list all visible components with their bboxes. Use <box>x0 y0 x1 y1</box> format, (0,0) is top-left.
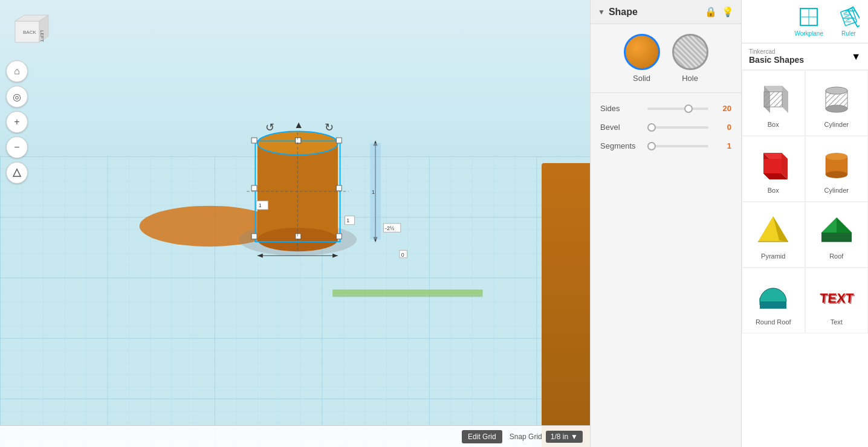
3d-viewport[interactable]: BACK LEFT ⌂ ◎ + − <box>0 0 590 447</box>
shapes-library: Workplane Ruler <box>741 0 868 447</box>
bevel-label: Bevel <box>600 123 643 132</box>
lightbulb-icon[interactable]: 💡 <box>722 6 734 18</box>
right-object <box>542 163 590 447</box>
segments-slider-track <box>647 145 708 147</box>
svg-text:1: 1 <box>346 217 349 224</box>
cylinder-gray-icon <box>817 78 856 117</box>
workplane-button[interactable]: Workplane <box>788 2 829 40</box>
svg-rect-16 <box>251 138 257 143</box>
svg-line-58 <box>846 19 850 21</box>
viewport-objects: ↺ ▲ ↻ 1 1 -2½ 0 1 <box>0 0 590 447</box>
svg-rect-22 <box>296 234 301 239</box>
edit-grid-button[interactable]: Edit Grid <box>462 430 502 443</box>
svg-rect-23 <box>336 234 342 239</box>
svg-rect-19 <box>251 185 257 191</box>
shape-item-cylinder-gray[interactable]: Cylinder <box>805 70 869 136</box>
svg-line-56 <box>844 12 847 13</box>
svg-text:0: 0 <box>401 252 404 258</box>
svg-rect-20 <box>336 185 342 191</box>
shape-item-cylinder-orange[interactable]: Cylinder <box>805 136 869 202</box>
solid-label: Solid <box>633 74 650 83</box>
shape-item-box-red[interactable]: Box <box>742 136 805 202</box>
shape-item-box-gray[interactable]: Box <box>742 70 805 136</box>
sides-slider-track <box>647 108 708 110</box>
segments-label: Segments <box>600 141 643 150</box>
roof-green-icon <box>817 210 856 249</box>
svg-point-78 <box>826 171 847 178</box>
collapse-arrow[interactable]: ▼ <box>598 8 605 16</box>
hole-label: Hole <box>682 74 698 83</box>
pyramid-label: Pyramid <box>761 252 785 260</box>
hole-circle <box>672 34 708 70</box>
ruler-label: Ruler <box>841 30 856 37</box>
svg-rect-63 <box>764 92 782 107</box>
tinkercad-label: Tinkercad <box>749 48 804 55</box>
svg-rect-21 <box>251 234 257 239</box>
bottom-bar: Edit Grid Snap Grid 1/8 in ▼ <box>0 425 590 447</box>
svg-text:1: 1 <box>259 202 262 208</box>
pyramid-yellow-icon <box>754 210 793 249</box>
cylinder-orange-label: Cylinder <box>824 187 849 194</box>
round-roof-label: Round Roof <box>756 318 791 326</box>
round-roof-icon <box>754 275 793 315</box>
svg-line-57 <box>845 15 850 17</box>
svg-rect-74 <box>763 159 782 173</box>
dropdown-arrow-icon: ▼ <box>851 51 861 62</box>
box-red-icon <box>754 144 793 183</box>
solid-circle <box>624 34 660 70</box>
svg-point-68 <box>826 87 847 94</box>
sides-slider-thumb[interactable] <box>684 105 693 113</box>
shapes-dropdown-header[interactable]: Tinkercad Basic Shapes ▼ <box>742 43 868 70</box>
bevel-slider-thumb[interactable] <box>647 123 656 132</box>
sides-value: 20 <box>713 104 731 113</box>
segments-slider-thumb[interactable] <box>647 142 656 150</box>
bevel-row: Bevel 0 <box>600 118 731 137</box>
workplane-icon <box>798 6 820 28</box>
svg-marker-34 <box>257 254 263 258</box>
shape-item-roof[interactable]: Roof <box>805 202 869 268</box>
solid-button[interactable]: Solid <box>624 34 660 83</box>
shape-item-pyramid[interactable]: Pyramid <box>742 202 805 268</box>
text-shape-icon: TEXT TEXT <box>817 275 856 315</box>
snap-grid-label: Snap Grid <box>510 433 542 441</box>
bevel-slider-track <box>647 126 708 129</box>
snap-grid-value[interactable]: 1/8 in ▼ <box>546 431 583 443</box>
properties-section: Sides 20 Bevel 0 Segments <box>591 92 741 161</box>
segments-row: Segments 1 <box>600 137 731 155</box>
bevel-slider-container <box>647 126 708 129</box>
category-title: Basic Shapes <box>749 55 804 65</box>
svg-rect-18 <box>336 138 342 143</box>
segments-value: 1 <box>713 141 731 150</box>
shape-panel-title: Shape <box>609 7 638 18</box>
svg-point-69 <box>826 105 847 112</box>
shape-item-text[interactable]: TEXT TEXT Text <box>805 268 869 333</box>
svg-point-77 <box>826 153 847 160</box>
ruler-button[interactable]: Ruler <box>832 2 866 40</box>
shape-item-round-roof[interactable]: Round Roof <box>742 268 805 333</box>
svg-text:↻: ↻ <box>325 121 334 133</box>
svg-text:1: 1 <box>372 189 375 195</box>
svg-text:▲: ▲ <box>294 120 303 130</box>
workplane-label: Workplane <box>794 30 823 37</box>
svg-marker-84 <box>821 233 852 242</box>
bevel-value: 0 <box>713 123 731 132</box>
sides-label: Sides <box>600 104 643 113</box>
sides-row: Sides 20 <box>600 99 731 118</box>
svg-marker-62 <box>782 86 788 113</box>
sides-slider-container <box>647 108 708 110</box>
shapes-top-bar: Workplane Ruler <box>742 0 868 43</box>
shapes-grid: Box Cylinder <box>742 70 868 333</box>
box-gray-icon <box>754 78 793 117</box>
hole-button[interactable]: Hole <box>672 34 708 83</box>
ruler-icon <box>838 6 860 28</box>
lock-icon[interactable]: 🔒 <box>705 6 717 18</box>
svg-text:↺: ↺ <box>265 121 274 133</box>
box-gray-label: Box <box>768 121 779 128</box>
svg-rect-24 <box>296 138 301 143</box>
text-shape-label: Text <box>831 318 843 326</box>
svg-rect-86 <box>760 301 786 309</box>
solid-hole-row: Solid Hole <box>591 24 741 92</box>
roof-label: Roof <box>829 252 843 260</box>
shape-properties-panel: ▼ Shape 🔒 💡 Solid Hole Sides 20 <box>590 0 741 447</box>
svg-marker-35 <box>332 254 338 258</box>
